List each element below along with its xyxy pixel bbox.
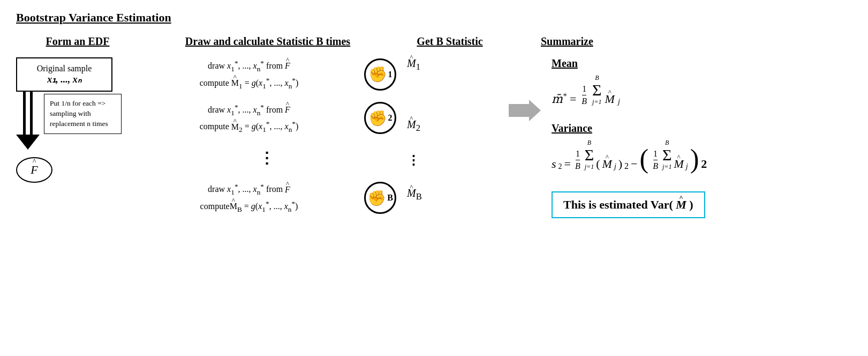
variance-formula: s2 = 1 B B Σ j=1 ( M^ j: [552, 139, 852, 171]
draw-dots: ⋮: [139, 145, 396, 171]
draw-block: draw x1*, ..., xn* from F^ compute M^1 =…: [139, 57, 396, 215]
edf-arrow-area: Put 1/n for each => sampling with replac…: [16, 92, 139, 150]
edf-header: Form an EDF: [16, 35, 139, 48]
variance-title: Variance: [552, 122, 852, 135]
summarize-inner: Mean m̄* = 1 B B Σ j=1 M^: [541, 57, 852, 218]
fist-symbol-2: ✊: [368, 109, 387, 127]
stat-item-2: M^2: [407, 118, 420, 134]
main-title: Bootstrap Variance Estimation: [16, 11, 852, 25]
col-stat: Get B Statistic M^1 M^2 ⋮ M^B: [396, 35, 503, 221]
draw-line1-1: draw x1*, ..., xn* from F^: [139, 57, 359, 75]
col-summarize: Summarize Mean m̄* = 1 B B Σ: [541, 35, 852, 218]
big-right-arrow-1: [503, 35, 541, 121]
edf-hat-area: F ^: [16, 157, 139, 183]
draw-text-2: draw x1*, ..., xn* from F^ compute M^2 =…: [139, 101, 359, 136]
fist-symbol-1: ✊: [368, 65, 387, 83]
draw-line2-b: computeM^B = g(x1*, ..., xn*): [139, 198, 359, 215]
stat-header: Get B Statistic: [396, 35, 503, 48]
fist-icon-2: ✊ 2: [364, 102, 396, 134]
arrow-shaft: [23, 92, 33, 135]
fist-symbol-b: ✊: [367, 189, 386, 207]
arrow-head: [16, 135, 40, 150]
col-stat-wrap: Get B Statistic M^1 M^2 ⋮ M^B: [396, 35, 541, 221]
draw-line1-b: draw x1*, ..., xn* from F^: [139, 181, 359, 198]
edf-note: Put 1/n for each => sampling with replac…: [44, 94, 122, 134]
draw-header: Draw and calculate Statistic B times: [139, 35, 396, 48]
stat-item-1: M^1: [407, 57, 420, 72]
draw-row-b: draw x1*, ..., xn* from F^ computeM^B = …: [139, 181, 396, 215]
draw-row-1: draw x1*, ..., xn* from F^ compute M^1 =…: [139, 57, 396, 92]
mean-formula: m̄* = 1 B B Σ j=1 M^ j: [552, 74, 852, 106]
summarize-header: Summarize: [541, 35, 852, 48]
page-container: Bootstrap Variance Estimation Form an ED…: [16, 11, 852, 221]
draw-row-2: draw x1*, ..., xn* from F^ compute M^2 =…: [139, 101, 396, 136]
svg-marker-0: [509, 100, 541, 121]
variance-section: Variance s2 = 1 B B Σ j=1 (: [552, 122, 852, 171]
col-edf: Form an EDF Original sample x₁, ..., xₙ …: [16, 35, 139, 183]
sample-label: Original sample: [25, 64, 104, 73]
fist-icon-b: ✊ B: [364, 182, 396, 214]
fist-label-b: B: [387, 193, 393, 203]
fist-icon-1: ✊ 1: [364, 58, 396, 91]
edf-hat-symbol: F ^: [31, 163, 37, 177]
draw-line2-1: compute M^1 = g(x1*, ..., xn*): [139, 75, 359, 92]
draw-text-b: draw x1*, ..., xn* from F^ computeM^B = …: [139, 181, 359, 215]
stat-item-b: M^B: [407, 187, 422, 202]
down-arrow: [16, 92, 40, 150]
edf-hat-circle: F ^: [16, 157, 52, 183]
estimated-label: This is estimated Var( M^ ): [563, 198, 693, 211]
mean-title: Mean: [552, 57, 852, 70]
estimated-var-box: This is estimated Var( M^ ): [552, 191, 705, 218]
draw-line2-2: compute M^2 = g(x1*, ..., xn*): [139, 118, 359, 135]
draw-line1-2: draw x1*, ..., xn* from F^: [139, 101, 359, 118]
fist-label-2: 2: [388, 113, 393, 123]
stat-dots: ⋮: [407, 153, 420, 168]
stat-col-inner: M^1 M^2 ⋮ M^B: [396, 57, 503, 221]
col-draw: Draw and calculate Statistic B times dra…: [139, 35, 396, 215]
sample-vars: x₁, ..., xₙ: [25, 73, 104, 85]
fist-label-1: 1: [388, 70, 393, 79]
right-arrow-svg-1: [509, 100, 541, 121]
edf-sample-box: Original sample x₁, ..., xₙ: [16, 57, 112, 92]
draw-text-1: draw x1*, ..., xn* from F^ compute M^1 =…: [139, 57, 359, 92]
mean-section: Mean m̄* = 1 B B Σ j=1 M^: [552, 57, 852, 106]
